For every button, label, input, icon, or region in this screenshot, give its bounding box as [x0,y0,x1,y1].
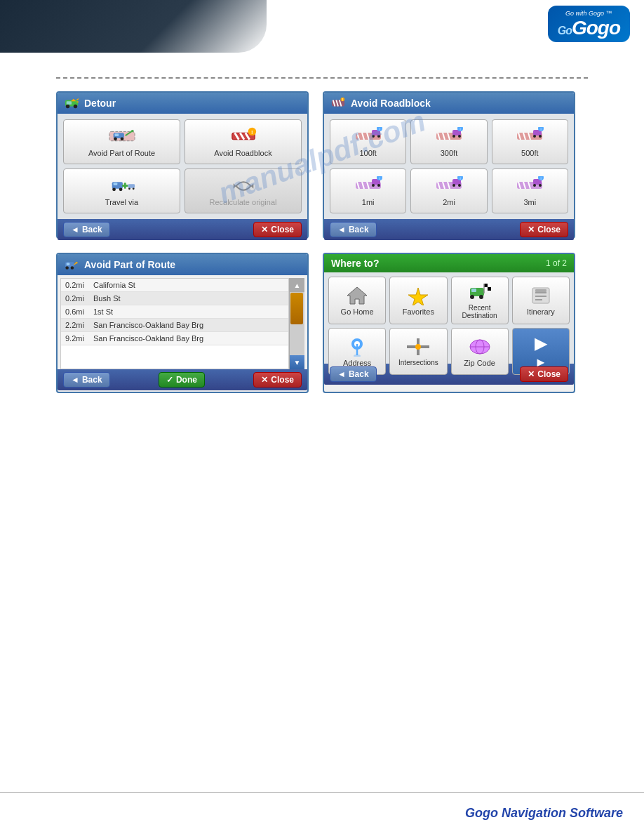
go-home-btn[interactable]: Go Home [328,277,386,324]
header-dark-shape [0,0,267,53]
svg-point-94 [65,266,69,270]
roadblock-header-icon: ! [331,96,345,110]
logo-text: GoGogo [558,18,620,38]
svg-text:i: i [379,127,380,131]
whereto-back-btn[interactable]: ◄ Back [330,366,377,382]
logo-box: Go with Gogo ™ GoGogo [548,6,630,42]
logo-gogo: Gogo [572,17,620,39]
travel-via-label: Travel via [105,198,138,206]
route-dist-4: 9.2mi [65,334,93,343]
svg-point-24 [119,187,122,191]
roadblock-2mi-icon: i [435,176,463,197]
intersections-icon [404,336,432,357]
recalculate-btn: Recalculate original [185,168,302,213]
detour-close-btn[interactable]: ✕ Close [253,222,302,237]
zip-code-icon [466,336,494,357]
roadblock-panel: ! Avoid Roadblock [323,91,575,239]
close-x-icon3: ✕ [261,375,268,385]
roadblock-300ft-btn[interactable]: i 300ft [410,119,487,164]
route-row-2[interactable]: 0.6mi 1st St [61,305,288,319]
route-name-4: San Francisco-Oakland Bay Brg [93,334,284,343]
roadblock-100ft-btn[interactable]: i 100ft [330,119,406,164]
avoid-part-of-route-btn[interactable]: Avoid Part of Route [63,119,180,164]
roadblock-300ft-icon: i [435,126,463,147]
route-row-0[interactable]: 0.2mi California St [61,279,288,292]
avoid-roadblock-btn[interactable]: ! Avoid Roadblock [185,119,302,164]
address-icon [343,336,371,357]
svg-point-89 [533,184,536,187]
whereto-title: Where to? [331,258,379,269]
route-row-3[interactable]: 2.2mi San Francisco-Oakland Bay Brg [61,319,288,332]
avoid-close-btn[interactable]: ✕ Close [253,372,302,388]
svg-rect-108 [488,287,491,291]
travel-via-btn[interactable]: Travel via [63,168,180,213]
3mi-label: 3mi [523,198,536,206]
detour-panel-title: Detour [84,98,116,109]
svg-text:i: i [459,176,460,180]
back-arrow-icon: ◄ [71,225,79,234]
roadblock-close-btn[interactable]: ✕ Close [520,222,568,237]
route-row-4[interactable]: 9.2mi San Francisco-Oakland Bay Brg [61,332,288,345]
whereto-close-btn[interactable]: ✕ Close [520,366,568,382]
favorites-btn[interactable]: Favorites [389,277,447,324]
300ft-label: 300ft [441,149,457,157]
roadblock-2mi-btn[interactable]: i 2mi [410,168,487,213]
route-row-1[interactable]: 0.2mi Bush St [61,292,288,305]
avoid-done-btn[interactable]: ✓ Done [159,372,205,388]
route-name-3: San Francisco-Oakland Bay Brg [93,321,284,329]
intersections-btn[interactable]: Intersections [389,328,447,375]
svg-point-1 [66,105,69,108]
roadblock-3mi-btn[interactable]: i 3mi [492,168,568,213]
svg-point-118 [354,355,361,357]
svg-text:i: i [459,127,460,131]
scroll-thumb[interactable] [290,293,303,324]
2mi-label: 2mi [443,198,455,206]
recalculate-icon [229,176,257,197]
header: Go with Gogo ™ GoGogo [0,0,644,56]
recent-destination-btn[interactable]: Recent Destination [451,277,509,324]
scroll-up-btn[interactable]: ▲ [290,278,304,292]
svg-rect-96 [67,263,70,265]
svg-rect-114 [535,289,546,292]
roadblock-100ft-icon: i [354,126,382,147]
scroll-track [290,292,304,355]
svg-line-5 [76,99,79,100]
svg-rect-25 [113,183,117,185]
logo-tagline: Go with Gogo ™ [565,10,612,17]
svg-marker-100 [347,287,367,304]
footer: Gogo Navigation Software [0,792,644,834]
svg-point-10 [114,137,117,140]
footer-text: Gogo Navigation Software [465,806,623,821]
route-list-container: 0.2mi California St 0.2mi Bush St 0.6mi … [60,278,304,369]
svg-point-63 [539,135,542,138]
favorites-icon [404,285,432,306]
whereto-footer: ◄ Back ✕ Close [324,364,574,385]
svg-point-29 [128,187,130,190]
route-dist-1: 0.2mi [65,294,93,303]
svg-point-80 [452,184,455,187]
detour-icon [65,96,79,110]
itinerary-btn[interactable]: Itinerary [512,277,570,324]
scrollbar: ▲ ▼ [289,278,304,369]
recent-destination-icon [466,282,494,303]
close-x-icon2: ✕ [528,225,535,234]
svg-point-95 [71,266,74,270]
roadblock-500ft-btn[interactable]: i 500ft [492,119,568,164]
whereto-grid: Go Home Favorites [324,272,574,364]
svg-text:i: i [541,176,542,180]
go-home-label: Go Home [341,307,374,316]
scroll-down-btn[interactable]: ▼ [290,355,304,369]
roadblock-back-btn[interactable]: ◄ Back [330,222,377,237]
roadblock-1mi-btn[interactable]: i 1mi [330,168,406,213]
main-content: Detour [56,91,588,778]
svg-point-54 [458,135,461,138]
avoid-panel-title: Avoid Part of Route [84,259,175,270]
detour-back-btn[interactable]: ◄ Back [63,222,110,237]
zip-code-btn[interactable]: Zip Code [451,328,509,375]
svg-marker-101 [408,288,428,305]
route-name-0: California St [93,281,284,289]
roadblock-panel-title: Avoid Roadblock [351,98,431,109]
detour-footer: ◄ Back ✕ Close [58,219,307,240]
next-page-icon: ▶ [527,333,555,354]
avoid-back-btn[interactable]: ◄ Back [63,372,110,388]
